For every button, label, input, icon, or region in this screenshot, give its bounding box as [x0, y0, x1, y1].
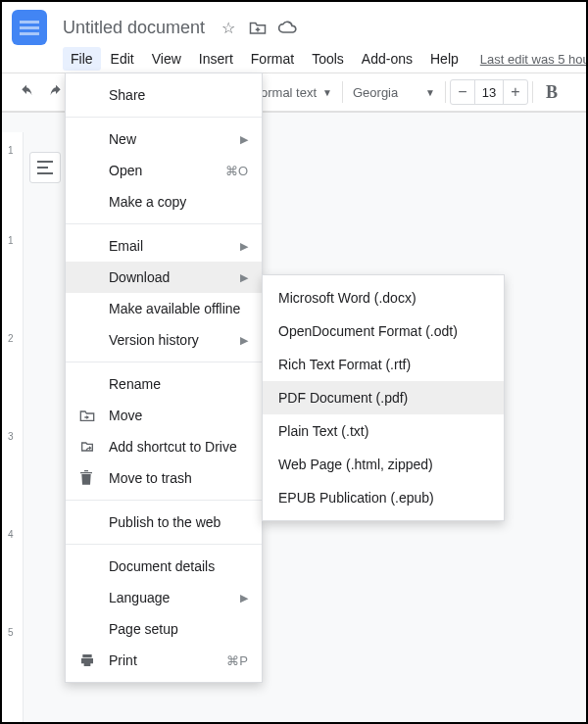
document-title[interactable]: Untitled document — [63, 18, 205, 38]
menu-shortcut: ⌘O — [225, 164, 248, 178]
vertical-ruler: 1 1 2 3 4 5 — [2, 132, 24, 722]
ruler-mark: 1 — [8, 145, 14, 156]
download-item-label: PDF Document (.pdf) — [278, 390, 408, 406]
file-menu-item-version-history[interactable]: Version history▶ — [66, 324, 262, 356]
menu-divider — [66, 117, 262, 118]
file-menu-item-language[interactable]: Language▶ — [66, 582, 262, 613]
menu-item-label: Document details — [109, 558, 248, 574]
menu-divider — [66, 362, 262, 362]
move-icon — [79, 409, 103, 422]
file-menu-item-download[interactable]: Download▶ — [66, 262, 262, 293]
menu-item-label: Page setup — [109, 621, 248, 637]
titlebar: Untitled document ☆ — [2, 2, 586, 45]
menu-item-label: Download — [109, 269, 240, 285]
menu-format[interactable]: Format — [243, 47, 302, 71]
toolbar-separator — [342, 81, 343, 103]
font-family-select[interactable]: Georgia ▼ — [347, 78, 441, 106]
file-menu-item-print[interactable]: Print⌘P — [66, 645, 262, 676]
last-edit-link[interactable]: Last edit was 5 hours — [480, 52, 586, 67]
download-item-label: Plain Text (.txt) — [278, 423, 368, 439]
menu-divider — [66, 500, 262, 501]
bold-button[interactable]: B — [537, 78, 566, 106]
file-menu-dropdown: ShareNew▶Open⌘OMake a copyEmail▶Download… — [65, 72, 263, 683]
menu-item-label: Move — [109, 408, 248, 423]
menu-item-label: Add shortcut to Drive — [109, 439, 248, 455]
font-size-stepper: − 13 + — [450, 79, 528, 105]
menu-help[interactable]: Help — [422, 47, 466, 71]
font-size-value[interactable]: 13 — [474, 80, 504, 104]
menu-item-label: Make a copy — [109, 194, 248, 210]
menu-item-label: Move to trash — [109, 470, 248, 486]
file-menu-item-make-available-offline[interactable]: Make available offline — [66, 293, 262, 324]
download-item-epub-publication-epub-[interactable]: EPUB Publication (.epub) — [263, 481, 504, 514]
ruler-mark: 1 — [8, 235, 14, 246]
file-menu-item-make-a-copy[interactable]: Make a copy — [66, 186, 262, 217]
menu-item-label: Version history — [109, 332, 240, 348]
download-item-label: Microsoft Word (.docx) — [278, 290, 416, 306]
file-menu-item-publish-to-the-web[interactable]: Publish to the web — [66, 507, 262, 538]
download-submenu: Microsoft Word (.docx)OpenDocument Forma… — [262, 274, 505, 521]
file-menu-item-email[interactable]: Email▶ — [66, 230, 262, 262]
ruler-mark: 2 — [8, 333, 14, 344]
file-menu-item-new[interactable]: New▶ — [66, 123, 262, 155]
toolbar-separator — [532, 81, 533, 103]
download-item-plain-text-txt-[interactable]: Plain Text (.txt) — [263, 414, 504, 448]
file-menu-item-share[interactable]: Share — [66, 79, 262, 111]
download-item-microsoft-word-docx-[interactable]: Microsoft Word (.docx) — [263, 281, 504, 314]
menu-item-label: Rename — [109, 376, 248, 392]
menu-item-label: Open — [109, 163, 225, 178]
submenu-arrow-icon: ▶ — [240, 133, 248, 146]
star-icon[interactable]: ☆ — [219, 18, 238, 37]
menu-file[interactable]: File — [63, 47, 101, 71]
menu-addons[interactable]: Add-ons — [354, 47, 420, 71]
file-menu-item-move-to-trash[interactable]: Move to trash — [66, 462, 262, 494]
undo-button[interactable] — [12, 78, 41, 106]
download-item-opendocument-format-odt-[interactable]: OpenDocument Format (.odt) — [263, 314, 504, 348]
menu-tools[interactable]: Tools — [304, 47, 352, 71]
download-item-label: Rich Text Format (.rtf) — [278, 357, 411, 372]
download-item-web-page-html-zipped-[interactable]: Web Page (.html, zipped) — [263, 448, 504, 481]
move-folder-icon[interactable] — [248, 18, 268, 37]
menu-item-label: Publish to the web — [109, 514, 248, 530]
menu-item-label: Language — [109, 590, 240, 605]
submenu-arrow-icon: ▶ — [240, 592, 248, 604]
submenu-arrow-icon: ▶ — [240, 271, 248, 284]
font-size-decrease[interactable]: − — [451, 80, 474, 104]
download-item-label: Web Page (.html, zipped) — [278, 457, 433, 472]
paragraph-style-label: ormal text — [261, 85, 317, 100]
ruler-mark: 4 — [8, 529, 14, 540]
ruler-mark: 5 — [8, 627, 14, 638]
download-item-label: EPUB Publication (.epub) — [278, 490, 434, 506]
docs-logo-icon[interactable] — [12, 10, 47, 45]
menubar: File Edit View Insert Format Tools Add-o… — [2, 45, 586, 72]
menu-divider — [66, 544, 262, 545]
file-menu-item-rename[interactable]: Rename — [66, 368, 262, 400]
file-menu-item-move[interactable]: Move — [66, 400, 262, 431]
file-menu-item-document-details[interactable]: Document details — [66, 551, 262, 582]
menu-item-label: New — [109, 131, 240, 147]
font-family-label: Georgia — [353, 85, 398, 100]
shortcut-icon — [79, 439, 103, 455]
file-menu-item-add-shortcut-to-drive[interactable]: Add shortcut to Drive — [66, 431, 262, 462]
menu-item-label: Email — [109, 238, 240, 254]
menu-edit[interactable]: Edit — [103, 47, 142, 71]
toolbar-separator — [445, 81, 446, 103]
menu-shortcut: ⌘P — [226, 653, 248, 668]
ruler-mark: 3 — [8, 431, 14, 442]
download-item-rich-text-format-rtf-[interactable]: Rich Text Format (.rtf) — [263, 348, 504, 381]
download-item-pdf-document-pdf-[interactable]: PDF Document (.pdf) — [263, 381, 504, 414]
cloud-status-icon[interactable] — [277, 18, 297, 37]
paragraph-style-select[interactable]: ormal text ▼ — [255, 78, 338, 106]
menu-insert[interactable]: Insert — [191, 47, 241, 71]
menu-divider — [66, 223, 262, 224]
menu-item-label: Share — [109, 87, 248, 103]
menu-view[interactable]: View — [144, 47, 189, 71]
file-menu-item-open[interactable]: Open⌘O — [66, 155, 262, 186]
font-size-increase[interactable]: + — [504, 80, 527, 104]
file-menu-item-page-setup[interactable]: Page setup — [66, 613, 262, 645]
caret-down-icon: ▼ — [425, 87, 435, 98]
print-icon — [79, 652, 103, 668]
trash-icon — [79, 470, 103, 486]
document-outline-button[interactable] — [29, 152, 61, 183]
caret-down-icon: ▼ — [322, 87, 332, 98]
